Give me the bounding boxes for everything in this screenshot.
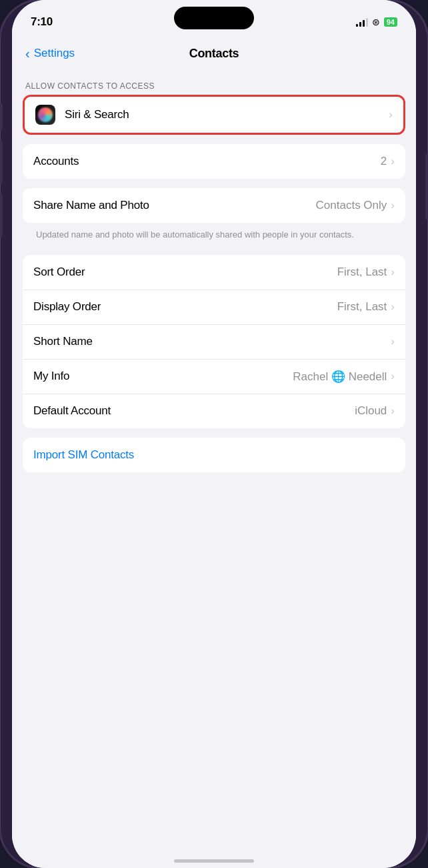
display-order-label: Display Order bbox=[33, 300, 337, 314]
short-name-label: Short Name bbox=[33, 335, 391, 348]
siri-search-row[interactable]: Siri & Search › bbox=[25, 97, 403, 133]
mute-button[interactable] bbox=[0, 103, 3, 130]
display-order-chevron-icon: › bbox=[391, 300, 395, 314]
phone-screen: 7:10 ⊛ 94 ‹ Settings Contac bbox=[12, 0, 416, 868]
settings-content: ALLOW CONTACTS TO ACCESS Siri & Search ›… bbox=[12, 71, 416, 868]
siri-chevron-icon: › bbox=[389, 108, 393, 121]
signal-icon bbox=[356, 17, 368, 27]
signal-bar-2 bbox=[359, 22, 361, 27]
accounts-chevron-icon: › bbox=[391, 155, 395, 168]
siri-search-label: Siri & Search bbox=[65, 108, 389, 121]
share-name-section: Share Name and Photo Contacts Only › Upd… bbox=[23, 188, 405, 251]
display-order-value: First, Last bbox=[337, 300, 387, 314]
short-name-row[interactable]: Short Name › bbox=[23, 324, 405, 359]
default-account-row[interactable]: Default Account iCloud › bbox=[23, 394, 405, 428]
battery-icon: 94 bbox=[384, 17, 397, 27]
default-account-label: Default Account bbox=[33, 404, 355, 418]
share-name-chevron-icon: › bbox=[391, 199, 395, 212]
back-chevron-icon: ‹ bbox=[25, 46, 30, 61]
import-sim-row[interactable]: Import SIM Contacts bbox=[23, 438, 405, 472]
signal-bar-3 bbox=[363, 20, 365, 27]
siri-orb bbox=[38, 107, 53, 122]
back-button[interactable]: ‹ Settings bbox=[25, 46, 75, 61]
page-title: Contacts bbox=[189, 47, 239, 61]
phone-frame: 7:10 ⊛ 94 ‹ Settings Contac bbox=[0, 0, 428, 868]
accounts-value: 2 bbox=[381, 155, 387, 168]
share-name-card: Share Name and Photo Contacts Only › bbox=[23, 188, 405, 223]
share-name-hint: Updated name and photo will be automatic… bbox=[23, 223, 405, 251]
accounts-row[interactable]: Accounts 2 › bbox=[23, 144, 405, 179]
allow-access-section-label: ALLOW CONTACTS TO ACCESS bbox=[12, 76, 416, 95]
wifi-icon: ⊛ bbox=[372, 17, 380, 27]
default-account-value: iCloud bbox=[355, 404, 387, 418]
preferences-card: Sort Order First, Last › Display Order F… bbox=[23, 255, 405, 428]
volume-up-button[interactable] bbox=[0, 140, 3, 183]
short-name-chevron-icon: › bbox=[391, 335, 395, 348]
my-info-row[interactable]: My Info Rachel 🌐 Needell › bbox=[23, 359, 405, 394]
signal-bar-4 bbox=[366, 18, 368, 27]
sort-order-label: Sort Order bbox=[33, 266, 337, 279]
signal-bar-1 bbox=[356, 24, 358, 27]
my-info-value: Rachel 🌐 Needell bbox=[293, 370, 387, 384]
sort-order-chevron-icon: › bbox=[391, 266, 395, 279]
import-sim-card: Import SIM Contacts bbox=[23, 438, 405, 472]
sort-order-value: First, Last bbox=[337, 266, 387, 279]
share-name-row[interactable]: Share Name and Photo Contacts Only › bbox=[23, 188, 405, 223]
share-name-label: Share Name and Photo bbox=[33, 199, 316, 212]
share-name-value: Contacts Only bbox=[316, 199, 387, 212]
accounts-label: Accounts bbox=[33, 155, 381, 168]
my-info-chevron-icon: › bbox=[391, 370, 395, 383]
status-bar: 7:10 ⊛ 94 bbox=[12, 0, 416, 36]
power-button[interactable] bbox=[425, 153, 428, 220]
default-account-chevron-icon: › bbox=[391, 404, 395, 418]
dynamic-island bbox=[174, 7, 254, 29]
accounts-card: Accounts 2 › bbox=[23, 144, 405, 179]
navigation-bar: ‹ Settings Contacts bbox=[12, 36, 416, 71]
battery-level: 94 bbox=[387, 18, 395, 26]
import-sim-label: Import SIM Contacts bbox=[33, 448, 395, 462]
status-bar-icons: ⊛ 94 bbox=[356, 17, 397, 27]
status-time: 7:10 bbox=[31, 15, 53, 29]
sort-order-row[interactable]: Sort Order First, Last › bbox=[23, 255, 405, 290]
my-info-label: My Info bbox=[33, 370, 293, 383]
back-label: Settings bbox=[34, 47, 75, 60]
volume-down-button[interactable] bbox=[0, 193, 3, 237]
home-indicator[interactable] bbox=[174, 859, 254, 863]
siri-icon bbox=[35, 105, 55, 125]
siri-search-card: Siri & Search › bbox=[23, 95, 405, 135]
display-order-row[interactable]: Display Order First, Last › bbox=[23, 290, 405, 324]
